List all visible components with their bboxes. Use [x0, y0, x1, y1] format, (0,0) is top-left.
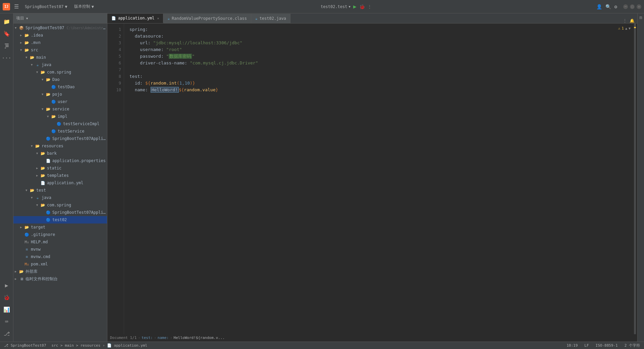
- editor-area: 📄 application.yml ✕ ☕ RandomValuePropert…: [107, 13, 637, 342]
- tree-item-scratch[interactable]: ▶ 🖥 临时文件和控制台: [13, 275, 107, 283]
- tree-item-app-yaml[interactable]: 📄 application.yml: [13, 179, 107, 187]
- tree-label-gitignore: .gitignore: [31, 232, 106, 237]
- sidebar-item-terminal[interactable]: ⌨: [1, 316, 12, 327]
- tree-label-dao: Dao: [52, 77, 106, 82]
- run-configuration[interactable]: test02.test ▼: [321, 4, 351, 9]
- maximize-button[interactable]: □: [630, 4, 635, 9]
- tree-item-test02[interactable]: 🔵 test02: [13, 216, 107, 223]
- status-breadcrumb[interactable]: src > main > resources › 📄 application.y…: [50, 343, 149, 348]
- tree-item-root[interactable]: ▼ 📦 SpringBootTest07 C:\Users\Administra…: [13, 24, 107, 32]
- tree-item-springbootapp[interactable]: 🔵 SpringBootTest07Application: [13, 135, 107, 142]
- tree-item-gitignore[interactable]: 🔵 .gitignore: [13, 231, 107, 238]
- tree-item-app-properties[interactable]: 📄 application.properties: [13, 157, 107, 164]
- tree-label-testdao: testDao: [58, 85, 106, 89]
- tree-label-springbootapp: SpringBootTest07Application: [52, 136, 106, 141]
- sidebar-item-bookmarks[interactable]: 🔖: [1, 28, 12, 39]
- search-icon[interactable]: 🔍: [605, 4, 611, 9]
- tree-item-external-libs[interactable]: ▶ 📂 外部库: [13, 268, 107, 275]
- settings-icon[interactable]: ⚙: [614, 4, 617, 9]
- scrollbar-thumb[interactable]: [634, 23, 636, 334]
- tree-item-test-com-spring[interactable]: ▼ 📂 com.spring: [13, 201, 107, 209]
- tree-item-mvnw[interactable]: ≡ mvnw: [13, 246, 107, 253]
- tree-item-testservice[interactable]: 🔵 testService: [13, 128, 107, 135]
- window-controls: ─ □ ✕: [623, 4, 641, 9]
- tab-test02[interactable]: ☕ test02.java: [251, 14, 290, 23]
- svg-rect-2: [5, 46, 9, 47]
- warning-down-arrow[interactable]: ▼: [629, 27, 631, 30]
- tree-item-service[interactable]: ▼ 📂 service: [13, 105, 107, 113]
- status-encoding[interactable]: ISO-8859-1: [594, 343, 619, 348]
- tree-item-testserviceimpl[interactable]: 🔵 testServiceImpl: [13, 120, 107, 128]
- tree-item-dao[interactable]: ▼ 📂 Dao: [13, 76, 107, 83]
- project-panel-arrow[interactable]: ▼: [26, 17, 28, 20]
- sidebar-item-git[interactable]: ⎇: [1, 328, 12, 339]
- tree-item-idea[interactable]: ▶ 📂 .idea: [13, 32, 107, 39]
- tree-item-helpmd[interactable]: M↓ HELP.md: [13, 238, 107, 246]
- tree-item-pom-xml[interactable]: M↓ pom.xml: [13, 260, 107, 268]
- tree-item-bark[interactable]: ▼ 📂 bark: [13, 150, 107, 157]
- breadcrumb-test[interactable]: test:: [142, 336, 153, 340]
- tab-more-icon[interactable]: ⋮: [623, 18, 627, 23]
- rs-icon-notifications[interactable]: m: [638, 15, 644, 20]
- status-git-branch[interactable]: ⎇ SpringBootTest07: [3, 343, 48, 348]
- tree-item-target[interactable]: ▶ 📂 target: [13, 223, 107, 231]
- sidebar-item-profiler[interactable]: 📊: [1, 304, 12, 315]
- close-button[interactable]: ✕: [637, 4, 641, 9]
- tree-item-test[interactable]: ▼ 📂 test: [13, 187, 107, 194]
- tab-randomvalue[interactable]: ☕ RandomValuePropertySource.class: [163, 14, 251, 23]
- tree-label-templates: templates: [47, 173, 106, 178]
- tree-item-src[interactable]: ▼ 📂 src: [13, 46, 107, 54]
- tree-item-mvn[interactable]: ▶ 📂 .mvn: [13, 39, 107, 46]
- sidebar-item-more[interactable]: ···: [1, 52, 12, 63]
- left-toolbar: 📁 🔖 ··· ▶ 🐞 📊 ⌨ ⎇: [0, 13, 13, 342]
- tree-item-pojo[interactable]: ▼ 📂 pojo: [13, 91, 107, 98]
- project-panel-title: 项目: [16, 15, 24, 21]
- tree-item-testdao[interactable]: 🔵 testDao: [13, 83, 107, 91]
- project-name: SpringBootTest07: [25, 4, 64, 9]
- tree-item-user[interactable]: 🔵 user: [13, 98, 107, 105]
- tree-item-java[interactable]: ▼ ☕ java: [13, 61, 107, 68]
- tree-label-root: SpringBootTest07 C:\Users\Administrator\…: [25, 26, 106, 30]
- tree-item-impl[interactable]: ▼ 📂 impl: [13, 113, 107, 120]
- tree-item-resources[interactable]: ▼ 📂 resources: [13, 142, 107, 150]
- profile-icon[interactable]: 👤: [596, 4, 602, 9]
- vcs-dropdown[interactable]: 版本控制 ▼: [72, 3, 96, 10]
- sidebar-item-debug[interactable]: 🐞: [1, 292, 12, 303]
- tree-item-com-spring[interactable]: ▼ 📂 com.spring: [13, 68, 107, 76]
- status-position[interactable]: 10:19: [565, 343, 579, 348]
- status-indent[interactable]: 2 个字符: [623, 343, 641, 348]
- tree-item-main[interactable]: ▼ 📂 main: [13, 54, 107, 61]
- warning-up-arrow[interactable]: ▲: [625, 27, 627, 30]
- status-bar-right: 10:19 LF ISO-8859-1 2 个字符: [565, 343, 641, 348]
- run-button[interactable]: ▶: [353, 3, 357, 10]
- notifications-icon[interactable]: 🔔: [630, 18, 635, 23]
- sidebar-item-structure[interactable]: [1, 40, 12, 51]
- breadcrumb-name[interactable]: name:: [158, 336, 169, 340]
- minimize-button[interactable]: ─: [623, 4, 628, 9]
- title-bar: IJ ☰ SpringBootTest07 ▼ 版本控制 ▼ test02.te…: [0, 0, 644, 13]
- tree-item-static[interactable]: ▶ 📂 static: [13, 164, 107, 172]
- tree-item-mvnw-cmd[interactable]: ≡ mvnw.cmd: [13, 253, 107, 260]
- editor-scrollbar[interactable]: [634, 23, 636, 334]
- tree-item-templates[interactable]: ▶ 📂 templates: [13, 172, 107, 179]
- code-editor[interactable]: spring: datasource: url: "jdbc:mysql://l…: [124, 23, 637, 334]
- project-dropdown[interactable]: SpringBootTest07 ▼: [23, 4, 69, 10]
- debug-button[interactable]: 🐞: [359, 4, 365, 9]
- tree-item-springboottest07appt[interactable]: 🔵 SpringBootTest07ApplicationT: [13, 209, 107, 216]
- tree-label-testservice: testService: [58, 129, 106, 134]
- tree-label-test-java: java: [42, 195, 106, 200]
- status-bar-left: ⎇ SpringBootTest07 src > main > resource…: [3, 343, 562, 348]
- code-line-8: test:: [129, 73, 632, 80]
- status-line-ending[interactable]: LF: [583, 343, 590, 348]
- code-line-3: url: "jdbc:mysql://localhost:3306/jdbc": [129, 40, 632, 46]
- hamburger-menu[interactable]: ☰: [13, 2, 20, 11]
- tab-application-yml[interactable]: 📄 application.yml ✕: [107, 14, 163, 23]
- project-tree: ▼ 📦 SpringBootTest07 C:\Users\Administra…: [13, 23, 107, 342]
- more-actions-button[interactable]: ⋮: [368, 4, 372, 9]
- sidebar-item-project[interactable]: 📁: [1, 16, 12, 27]
- tab-close-yaml[interactable]: ✕: [157, 16, 159, 20]
- tree-item-test-java[interactable]: ▼ ☕ java: [13, 194, 107, 201]
- sidebar-item-run[interactable]: ▶: [1, 280, 12, 291]
- tree-label-idea: .idea: [31, 33, 106, 38]
- warning-indicator[interactable]: ⚠ 1 ▲ ▼: [618, 26, 631, 31]
